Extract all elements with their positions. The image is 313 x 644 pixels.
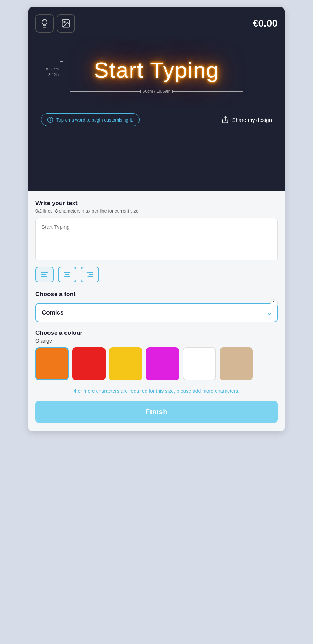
neon-preview-text[interactable]: Start Typing bbox=[94, 57, 219, 83]
icon-buttons bbox=[35, 14, 75, 33]
text-section-title: Write your text bbox=[35, 200, 278, 207]
lightbulb-icon bbox=[40, 18, 50, 28]
colour-section-title: Choose a colour bbox=[35, 329, 278, 337]
text-section-subtitle: 0/2 lines, 8 characters max per line for… bbox=[35, 208, 278, 214]
height-bracket bbox=[60, 61, 63, 83]
align-center-icon bbox=[63, 271, 71, 278]
colour-swatches bbox=[35, 347, 278, 380]
font-dropdown-wrapper: 1 Comics Arial Roboto Cursive ⌄ bbox=[35, 303, 278, 322]
align-right-icon bbox=[86, 271, 94, 278]
align-left-button[interactable] bbox=[35, 267, 54, 282]
dimension-height: 8.68cm 3.42in bbox=[46, 61, 63, 83]
align-right-button[interactable] bbox=[81, 267, 99, 282]
subtitle-bold: 8 bbox=[55, 208, 58, 214]
info-tip-label: Tap on a word to begin customising it. bbox=[56, 117, 133, 123]
font-select[interactable]: Comics Arial Roboto Cursive bbox=[35, 303, 278, 322]
warning-number: 4 bbox=[74, 388, 76, 394]
preview-bottom: Tap on a word to begin customising it. S… bbox=[35, 108, 278, 131]
align-left-icon bbox=[41, 271, 49, 278]
share-button[interactable]: Share my design bbox=[221, 116, 272, 124]
content-area: Write your text 0/2 lines, 8 characters … bbox=[28, 191, 285, 431]
font-section-title: Choose a font bbox=[35, 291, 278, 298]
font-count-badge: 1 bbox=[270, 299, 278, 306]
info-icon bbox=[47, 117, 53, 123]
text-input[interactable] bbox=[35, 218, 278, 260]
subtitle-prefix: 0/2 lines, bbox=[35, 208, 55, 214]
swatch-tan[interactable] bbox=[220, 347, 253, 380]
colour-name: Orange bbox=[35, 338, 278, 344]
price-label: €0.00 bbox=[253, 18, 278, 29]
swatch-red[interactable] bbox=[72, 347, 106, 380]
image-icon bbox=[61, 18, 71, 28]
neon-text-wrapper: Start Typing 50cm / 19.69in bbox=[70, 57, 244, 94]
warning-message: or more characters are required for this… bbox=[76, 388, 240, 394]
alignment-row bbox=[35, 267, 278, 282]
image-button[interactable] bbox=[57, 14, 75, 33]
lightbulb-button[interactable] bbox=[35, 14, 54, 33]
warning-text: 4 or more characters are required for th… bbox=[35, 388, 278, 395]
app-container: €0.00 8.68cm 3.42in Start Typing 50cm / bbox=[28, 7, 285, 431]
swatch-yellow[interactable] bbox=[109, 347, 142, 380]
info-tip[interactable]: Tap on a word to begin customising it. bbox=[41, 113, 140, 126]
top-bar: €0.00 bbox=[35, 14, 278, 33]
colour-section: Choose a colour Orange bbox=[35, 329, 278, 380]
swatch-magenta[interactable] bbox=[146, 347, 179, 380]
neon-canvas: 8.68cm 3.42in Start Typing 50cm / 19.69i… bbox=[35, 36, 278, 108]
font-section: Choose a font 1 Comics Arial Roboto Curs… bbox=[35, 291, 278, 322]
align-center-button[interactable] bbox=[58, 267, 76, 282]
subtitle-suffix: characters max per line for current size bbox=[58, 208, 138, 214]
preview-area: €0.00 8.68cm 3.42in Start Typing 50cm / bbox=[28, 7, 285, 191]
swatch-orange[interactable] bbox=[35, 347, 69, 380]
swatch-white[interactable] bbox=[183, 347, 216, 380]
share-icon bbox=[221, 116, 229, 124]
finish-button[interactable]: Finish bbox=[35, 401, 278, 423]
svg-point-2 bbox=[64, 21, 65, 23]
dimension-width: 50cm / 19.69in bbox=[70, 89, 244, 94]
share-label: Share my design bbox=[232, 117, 272, 123]
